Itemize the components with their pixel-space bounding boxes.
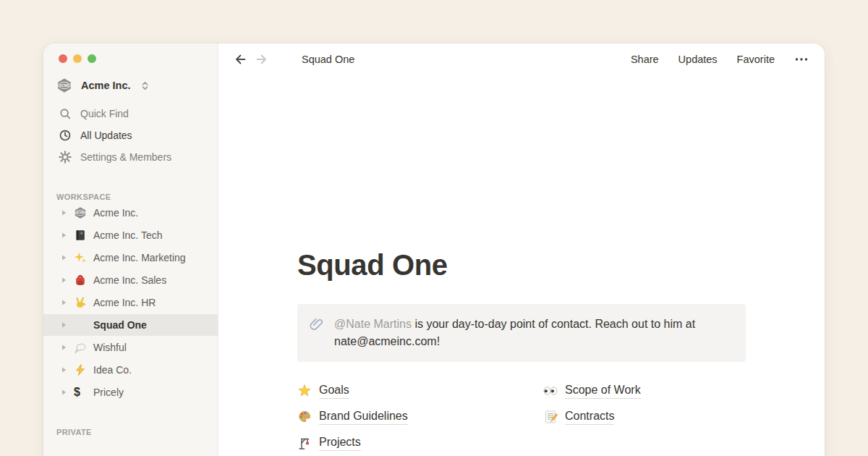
callout-block[interactable]: @Nate Martins is your day-to-day point o… <box>297 304 746 362</box>
topbar-actions: Share Updates Favorite <box>631 52 809 67</box>
back-arrow-icon[interactable] <box>233 52 247 67</box>
sidebar-item-settings-members[interactable]: Settings & Members <box>43 146 218 168</box>
search-icon <box>59 107 72 120</box>
sidebar-item-label: Idea Co. <box>93 364 132 376</box>
page-content: Squad One @Nate Martins is your day-to-d… <box>297 75 746 451</box>
spiral-icon <box>74 318 87 332</box>
search-icon <box>59 107 72 120</box>
toggle-triangle-icon[interactable] <box>60 232 67 239</box>
sidebar-item-acme-inc-hr[interactable]: Acme Inc. HR <box>43 292 218 313</box>
acme-logo-icon: ACME <box>56 77 72 93</box>
toggle-triangle-icon <box>60 321 67 329</box>
more-options-icon[interactable] <box>794 52 809 67</box>
svg-text:ACME: ACME <box>76 211 85 214</box>
spiral-icon <box>297 156 354 213</box>
sidebar-item-label: Squad One <box>93 319 147 331</box>
toggle-triangle-icon <box>60 366 67 373</box>
workspace-name: Acme Inc. <box>81 80 131 91</box>
sidebar-item-acme-inc-marketing[interactable]: Acme Inc. Marketing <box>43 247 218 269</box>
toggle-triangle-icon[interactable] <box>60 389 67 396</box>
sidebar: ACME Acme Inc. Quick Find All Updates <box>43 43 218 456</box>
dollar-icon: $ <box>74 386 87 399</box>
main-pane: Squad One Share Updates Favorite Squad O… <box>218 43 825 456</box>
page-link-label: Brand Guidelines <box>319 410 408 425</box>
sidebar-item-all-updates[interactable]: All Updates <box>43 124 218 146</box>
page-link-label: Projects <box>319 436 361 451</box>
menu-item-label: Settings & Members <box>80 151 171 163</box>
sidebar-item-label: Acme Inc. <box>93 207 138 219</box>
sidebar-item-label: Acme Inc. Tech <box>93 229 162 241</box>
toggle-triangle-icon <box>60 209 67 216</box>
sidebar-item-label: Wishful <box>93 342 127 353</box>
toggle-triangle-icon[interactable] <box>60 299 67 306</box>
sidebar-item-squad-one[interactable]: Squad One <box>43 314 218 336</box>
paperclip-icon <box>309 316 326 333</box>
sidebar-item-idea-co-[interactable]: Idea Co. <box>43 359 218 381</box>
sidebar-item-acme-inc-[interactable]: ACMEAcme Inc. <box>43 202 218 224</box>
share-button[interactable]: Share <box>631 54 659 65</box>
breadcrumb-page-title[interactable]: Squad One <box>302 54 354 65</box>
lightning-icon <box>74 363 87 376</box>
page-link-brand-guidelines[interactable]: Brand Guidelines <box>297 409 543 425</box>
gear-icon <box>59 151 72 164</box>
page-link-goals[interactable]: Goals <box>297 383 543 399</box>
back-arrow-icon <box>233 52 247 67</box>
mention-nate-martins[interactable]: @Nate Martins <box>334 318 412 330</box>
gear-icon <box>59 151 72 164</box>
minimize-window-button[interactable] <box>73 54 82 63</box>
sidebar-item-label: Pricely <box>93 387 124 398</box>
toggle-triangle-icon <box>60 254 67 261</box>
workspace-switcher[interactable]: ACME Acme Inc. <box>43 75 218 96</box>
notebook-icon <box>74 229 87 242</box>
toggle-triangle-icon[interactable] <box>60 254 67 261</box>
construction-icon <box>297 436 312 450</box>
toggle-triangle-icon <box>60 276 67 284</box>
close-window-button[interactable] <box>59 54 67 63</box>
page-link-label: Goals <box>319 384 349 399</box>
sidebar-item-wishful[interactable]: Wishful <box>43 337 218 358</box>
page-title[interactable]: Squad One <box>297 249 746 282</box>
page-link-scope-of-work[interactable]: Scope of Work <box>543 383 746 399</box>
sidebar-item-acme-inc-tech[interactable]: Acme Inc. Tech <box>43 224 218 246</box>
section-header-workspace: WORKSPACE <box>43 193 218 201</box>
star-icon <box>297 384 312 398</box>
victory-hand-icon <box>74 296 87 309</box>
forward-arrow-icon[interactable] <box>255 52 269 67</box>
page-link-contracts[interactable]: Contracts <box>543 409 746 425</box>
favorite-button[interactable]: Favorite <box>737 54 775 65</box>
app-window: ACME Acme Inc. Quick Find All Updates <box>43 43 825 456</box>
sidebar-menu: Quick Find All Updates Settings & Member… <box>43 103 218 168</box>
toggle-triangle-icon[interactable] <box>60 344 67 351</box>
svg-text:ACME: ACME <box>59 84 69 88</box>
sidebar-item-quick-find[interactable]: Quick Find <box>43 103 218 124</box>
section-header-private: PRIVATE <box>43 428 218 436</box>
sparkles-icon <box>74 251 87 264</box>
toggle-triangle-icon <box>60 232 67 239</box>
page-link-projects[interactable]: Projects <box>297 435 543 451</box>
page-links-grid: Goals Scope of Work Brand Guidelines Con… <box>297 383 746 451</box>
thought-balloon-icon <box>74 341 87 354</box>
window-controls <box>43 54 218 63</box>
page-icon-spiral[interactable] <box>297 156 354 213</box>
menu-item-label: Quick Find <box>80 108 129 119</box>
page-spiral-icon <box>281 52 295 67</box>
toggle-triangle-icon <box>60 344 67 351</box>
sidebar-item-label: Acme Inc. HR <box>93 297 156 308</box>
palette-icon <box>297 410 312 424</box>
chevron-select-icon <box>140 80 150 91</box>
callout-text: @Nate Martins is your day-to-day point o… <box>334 316 734 350</box>
toggle-triangle-icon <box>60 299 67 306</box>
toggle-triangle-icon[interactable] <box>60 209 67 216</box>
ellipsis-icon <box>794 52 809 67</box>
toggle-triangle-icon[interactable] <box>60 276 67 284</box>
toggle-triangle-icon[interactable] <box>60 321 67 329</box>
toggle-triangle-icon[interactable] <box>60 366 67 373</box>
sidebar-item-acme-inc-sales[interactable]: Acme Inc. Sales <box>43 269 218 291</box>
sidebar-item-pricely[interactable]: $Pricely <box>43 381 218 403</box>
updates-button[interactable]: Updates <box>678 54 718 65</box>
zoom-window-button[interactable] <box>88 54 96 63</box>
forward-arrow-icon <box>255 52 269 67</box>
spiral-icon <box>281 52 295 67</box>
menu-item-label: All Updates <box>80 130 132 141</box>
memo-icon <box>543 410 558 424</box>
